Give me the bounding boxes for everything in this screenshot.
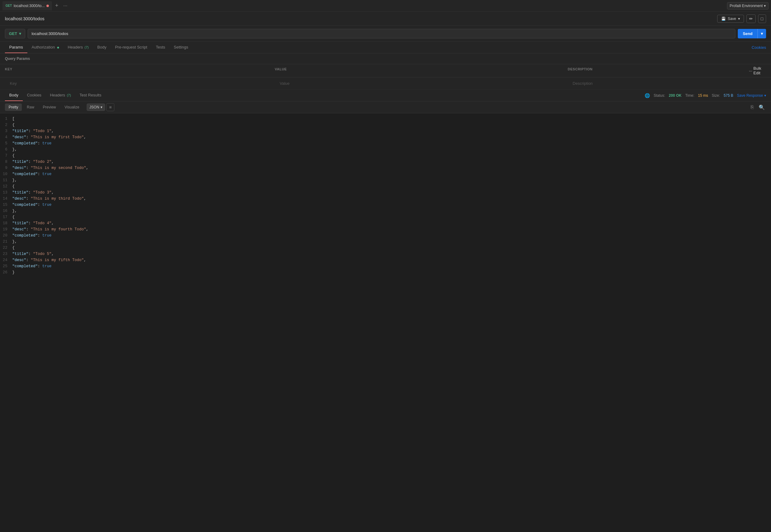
code-line: 18 "title": "Todo 4", [0,220,771,226]
save-response-button[interactable]: Save Response ▾ [737,93,766,98]
active-tab[interactable]: GET localhost:3000/to... [2,1,52,10]
tab-body[interactable]: Body [93,42,111,53]
line-content: { [12,245,766,251]
save-response-arrow-icon: ▾ [764,93,766,98]
code-line: 1[ [0,116,771,122]
edit-button[interactable]: ✏ [746,14,756,23]
code-line: 12 { [0,183,771,190]
col-header-value: VALUE [270,66,563,75]
format-tabs: Pretty Raw Preview Visualize JSON ▾ ≡ ⎘ … [0,101,771,113]
resp-tab-body[interactable]: Body [5,90,23,101]
fmt-tab-raw[interactable]: Raw [23,104,38,111]
status-label: Status: [654,93,665,98]
code-line: 8 "title": "Todo 2", [0,159,771,165]
method-select[interactable]: GET ▾ [5,29,25,38]
time-value: 15 ms [698,93,708,98]
params-col-headers: KEY VALUE DESCRIPTION ··· Bulk Edit [0,64,771,77]
url-input[interactable] [28,29,735,38]
code-line: 4 "desc": "This is my first Todo", [0,134,771,140]
line-content: } [12,269,766,276]
line-number: 4 [0,134,12,140]
code-line: 24 "desc": "This is my fifth Todo", [0,257,771,263]
filter-button[interactable]: ≡ [106,103,114,111]
code-line: 3 "title": "Todo 1", [0,128,771,134]
line-number: 12 [0,183,12,190]
code-line: 26 } [0,269,771,276]
search-button[interactable]: 🔍 [757,104,766,111]
line-content: "desc": "This is my first Todo", [12,134,766,140]
param-key-cell [0,77,270,89]
tab-unsaved-dot [46,5,49,7]
tab-pre-request[interactable]: Pre-request Script [111,42,151,53]
line-number: 10 [0,171,12,177]
send-label: Send [738,29,757,38]
line-content: "completed": true [12,171,766,177]
send-button[interactable]: Send ▾ [738,29,766,38]
line-content: { [12,214,766,220]
method-label: GET [9,31,17,36]
tab-more-button[interactable]: ··· [61,3,69,9]
line-content: "title": "Todo 5", [12,251,766,257]
bulk-edit-more-icon[interactable]: ··· [749,68,752,73]
code-line: 25 "completed": true [0,263,771,269]
code-line: 9 "desc": "This is my second Todo", [0,165,771,171]
resp-headers-badge: (7) [67,93,71,97]
tab-authorization[interactable]: Authorization [27,42,64,53]
line-content: }, [12,208,766,214]
col-header-key: KEY [0,66,270,75]
fmt-tab-visualize[interactable]: Visualize [61,104,83,111]
resp-tab-cookies[interactable]: Cookies [23,90,46,101]
code-area: 1[2 {3 "title": "Todo 1",4 "desc": "This… [0,113,771,532]
line-number: 7 [0,153,12,159]
tab-settings[interactable]: Settings [169,42,192,53]
fmt-tab-preview[interactable]: Preview [39,104,60,111]
save-button[interactable]: 💾 Save ▾ [717,15,744,23]
authorization-dot [57,47,59,49]
request-tabs: Params Authorization Headers (7) Body Pr… [0,42,771,53]
copy-button[interactable]: ⎘ [749,104,755,111]
line-content: { [12,183,766,190]
param-value-cell [270,77,563,89]
param-key-input[interactable] [5,79,265,88]
param-desc-input[interactable] [568,79,766,88]
resp-tab-headers[interactable]: Headers (7) [46,90,75,101]
line-number: 23 [0,251,12,257]
line-content: "title": "Todo 4", [12,220,766,226]
line-number: 15 [0,202,12,208]
line-number: 16 [0,208,12,214]
environment-dropdown[interactable]: Profaili Environment ▾ [727,2,769,10]
tab-headers[interactable]: Headers (7) [63,42,93,53]
tab-params[interactable]: Params [5,42,27,53]
cookies-link[interactable]: Cookies [752,45,766,50]
line-number: 20 [0,233,12,239]
line-number: 1 [0,116,12,122]
title-bar: localhost:3000/todos 💾 Save ▾ ✏ □ [0,12,771,26]
line-content: }, [12,177,766,183]
code-line: 16 }, [0,208,771,214]
size-value: 575 B [724,93,733,98]
bulk-edit-label[interactable]: Bulk Edit [753,66,769,75]
fmt-tab-pretty[interactable]: Pretty [5,104,22,111]
line-number: 26 [0,269,12,276]
title-bar-actions: 💾 Save ▾ ✏ □ [717,14,766,23]
line-content: "completed": true [12,140,766,147]
line-number: 8 [0,159,12,165]
line-content: { [12,153,766,159]
param-value-input[interactable] [275,79,558,88]
param-desc-cell [563,77,771,89]
code-line: 10 "completed": true [0,171,771,177]
add-tab-button[interactable]: + [53,2,60,9]
comment-button[interactable]: □ [758,14,766,23]
code-line: 5 "completed": true [0,140,771,147]
format-select-dropdown[interactable]: JSON ▾ [87,104,105,111]
line-content: "completed": true [12,263,766,269]
code-line: 20 "completed": true [0,233,771,239]
tab-tests[interactable]: Tests [151,42,169,53]
resp-tab-test-results[interactable]: Test Results [75,90,106,101]
response-section: Body Cookies Headers (7) Test Results 🌐 … [0,90,771,532]
url-bar: GET ▾ Send ▾ [0,26,771,42]
line-content: "completed": true [12,202,766,208]
tab-bar-right: Profaili Environment ▾ [727,2,769,10]
params-table: Query Params KEY VALUE DESCRIPTION ··· B… [0,53,771,90]
page-title: localhost:3000/todos [5,16,717,21]
